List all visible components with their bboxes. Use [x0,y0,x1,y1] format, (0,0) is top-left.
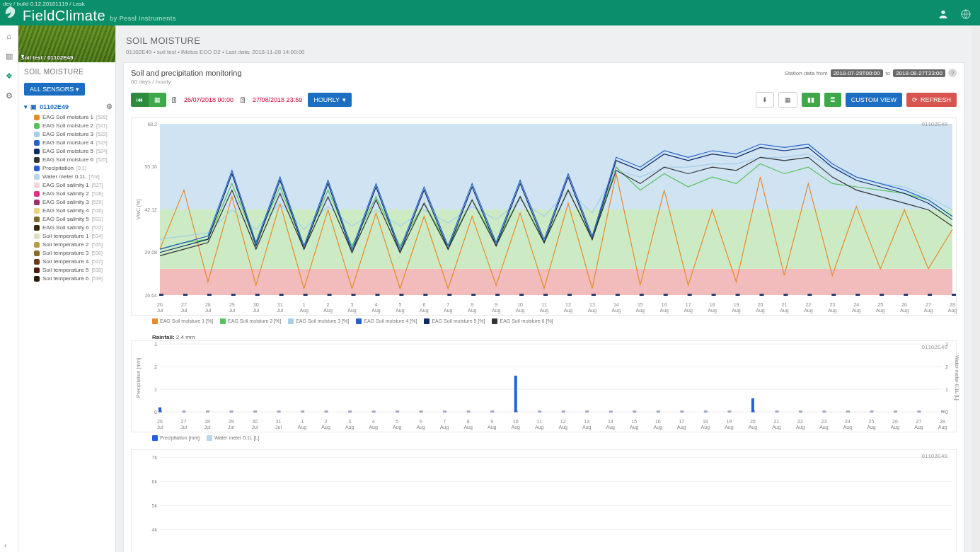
station-selector[interactable]: soil test / 01102E49 ▾ [18,25,115,62]
scrollbar[interactable] [972,25,980,552]
topbar: dev / build 0.12.20181119 / Lask FieldCl… [0,0,980,25]
nav-soil[interactable]: ❖ [3,69,16,82]
svg-rect-129 [183,410,186,413]
tree-head[interactable]: ▾ ▣ 01102E49 ⚙ [18,101,115,112]
sensor-item[interactable]: EAG Soil moisture 1 [528] [34,113,113,122]
custom-view-button[interactable]: CUSTOM VIEW [846,93,902,107]
sensor-item[interactable]: EAG Soil salinity 4 [530] [34,207,113,215]
sensor-item[interactable]: EAG Soil salinity 5 [531] [34,215,113,224]
sensor-item[interactable]: Soil temperature 4 [537] [34,258,113,266]
user-icon[interactable] [938,8,949,20]
gear-icon[interactable]: ⚙ [106,103,113,110]
svg-text:Water meter 0.1L [L]: Water meter 0.1L [L] [954,356,959,401]
svg-text:5: 5 [398,302,401,307]
svg-rect-180 [585,410,589,413]
nav-chart[interactable]: ▥ [3,50,16,62]
svg-text:6: 6 [420,419,422,424]
svg-text:Aug: Aug [749,425,758,430]
svg-rect-85 [759,294,763,296]
svg-text:24: 24 [853,302,859,307]
svg-text:4k: 4k [152,527,158,532]
svg-rect-2 [160,209,952,269]
svg-text:0: 0 [945,410,948,415]
refresh-button[interactable]: ⟳ REFRESH [906,93,957,107]
sensor-item[interactable]: EAG Soil moisture 3 [522] [34,130,113,139]
step-back-button[interactable]: ⏮ [131,93,149,107]
svg-text:Aug: Aug [488,425,497,430]
chart-rainfall[interactable]: 01102E49 00112233Precipitation [mm]Water… [131,340,957,432]
chart-soil-moisture[interactable]: 01102E49 16.0429.0842.1255.1668.2VWC [%]… [131,117,957,316]
svg-rect-147 [325,410,328,413]
svg-text:1: 1 [301,419,304,424]
legend-item[interactable]: EAG Soil moisture 1 [%] [152,318,213,324]
svg-rect-58 [543,294,548,296]
svg-text:Aug: Aug [701,425,710,430]
svg-text:Aug: Aug [440,425,449,430]
sensor-item[interactable]: Precipitation [0.1] [34,164,113,173]
sensor-item[interactable]: EAG Soil salinity 1 [527] [34,181,113,190]
date-from-input[interactable]: 26/07/2018 00:00 [183,93,235,106]
sensor-item[interactable]: EAG Soil salinity 3 [529] [34,198,113,207]
legend-item[interactable]: EAG Soil moisture 6 [%] [492,318,553,324]
globe-icon[interactable] [960,8,972,20]
calendar-icon[interactable]: 🗓 [171,96,178,104]
build-line: dev / build 0.12.20181119 / Lask [3,1,85,7]
legend-item[interactable]: Precipitation [mm] [152,435,200,441]
all-sensors-button[interactable]: ALL SENSORS▾ [24,83,85,96]
sensor-item[interactable]: Soil temperature 3 [536] [34,249,113,258]
grid-button[interactable]: ▦ [778,92,797,108]
station-data-range: Station data from 2018-07-28T00:00 to 20… [785,69,957,77]
svg-text:Aug: Aug [900,308,909,314]
brand: FieldClimate by Pessl Instruments [3,5,176,24]
sensor-item[interactable]: Soil temperature 6 [539] [34,275,113,283]
station-icon: ▣ [30,103,37,110]
nav-settings[interactable]: ⚙ [3,89,16,102]
sensor-item[interactable]: Soil temperature 2 [535] [34,241,113,249]
svg-rect-94 [831,294,836,296]
sensor-item[interactable]: EAG Soil salinity 2 [528] [34,190,113,198]
sensor-item[interactable]: Soil temperature 1 [534] [34,232,113,241]
sensor-item[interactable]: EAG Soil moisture 6 [525] [34,156,113,164]
svg-text:27: 27 [926,302,931,307]
calendar-range-button[interactable]: ▦ [149,93,166,107]
help-icon[interactable]: ? [948,69,957,77]
calendar-icon[interactable]: 🗓 [239,96,247,104]
svg-text:Jul: Jul [229,308,235,313]
legend-item[interactable]: EAG Soil moisture 2 [%] [220,318,281,324]
legend-item[interactable]: EAG Soil moisture 4 [%] [356,318,417,324]
legend-item[interactable]: EAG Soil moisture 3 [%] [288,318,349,324]
sensor-item[interactable]: EAG Soil moisture 2 [521] [34,122,113,130]
collapse-rail[interactable]: ‹ [4,541,6,549]
sensor-item[interactable]: EAG Soil moisture 4 [523] [34,139,113,147]
date-to-input[interactable]: 27/08/2018 23:59 [251,93,304,106]
svg-text:Aug: Aug [867,425,876,430]
sensor-item[interactable]: EAG Soil salinity 6 [532] [34,224,113,232]
nav-home[interactable]: ⌂ [3,30,16,42]
chart-bar-button[interactable]: ▮▮ [802,93,820,107]
svg-text:25: 25 [869,419,875,424]
hourly-button[interactable]: HOURLY ▾ [308,93,352,107]
svg-text:30: 30 [252,419,258,424]
svg-rect-97 [855,294,860,296]
svg-text:28: 28 [950,302,955,307]
sensor-item[interactable]: EAG Soil moisture 5 [524] [34,147,113,156]
legend-item[interactable]: Water meter 0.1L [L] [207,435,259,441]
svg-text:29: 29 [229,302,235,307]
svg-text:Jul: Jul [180,308,187,313]
svg-text:20: 20 [758,302,763,307]
svg-text:Aug: Aug [659,308,669,314]
download-button[interactable]: ⬇ [756,92,774,108]
svg-text:Jul: Jul [180,425,187,430]
chart-line-button[interactable]: ≣ [824,93,841,107]
svg-rect-168 [490,410,494,413]
legend-item[interactable]: EAG Soil moisture 5 [%] [424,318,485,324]
sensor-tree: EAG Soil moisture 1 [528]EAG Soil moistu… [18,112,115,287]
sensor-swatch [34,234,40,239]
svg-rect-19 [231,294,236,296]
sensor-item[interactable]: Water meter 0.1L [7ml] [34,173,113,181]
svg-text:Aug: Aug [843,425,853,430]
svg-text:27: 27 [916,419,922,424]
sensor-item[interactable]: Soil temperature 5 [538] [34,266,113,275]
svg-text:1: 1 [303,302,306,307]
chart-salinity[interactable]: 01102E49 4k5k6k7k [131,449,957,552]
